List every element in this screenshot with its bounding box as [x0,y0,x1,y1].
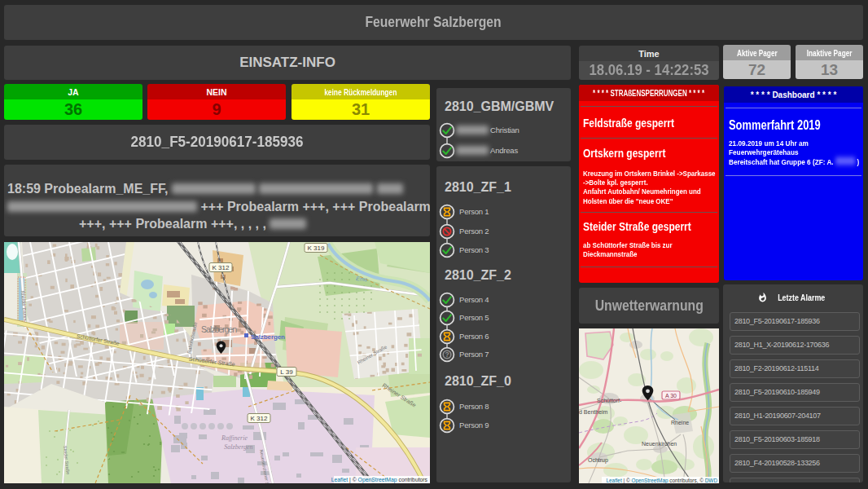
svg-text:Rheine: Rheine [671,420,689,425]
svg-text:Salzbergen: Salzbergen [201,324,237,334]
svg-text:K 312: K 312 [213,264,230,271]
svg-text:Salzbergen: Salzbergen [251,333,285,341]
svg-text:Raffinerie: Raffinerie [221,434,248,442]
svg-text:Neuenkirchen: Neuenkirchen [642,441,677,447]
svg-text:K 312: K 312 [251,415,268,422]
svg-text:Leaflet | © OpenStreetMap cont: Leaflet | © OpenStreetMap contributors [331,477,428,483]
svg-text:?: ? [445,350,449,359]
svg-text:K 319: K 319 [308,244,325,252]
svg-text:d Bentheim: d Bentheim [579,409,608,415]
svg-text:L 39: L 39 [280,368,293,376]
svg-text:Ochtrup: Ochtrup [588,457,608,464]
svg-text:Salzbergen: Salzbergen [224,443,252,451]
svg-text:A 30: A 30 [665,393,677,399]
svg-text:Schüttorf-: Schüttorf- [597,398,622,403]
svg-text:Leaflet | © OpenStreetMap cont: Leaflet | © OpenStreetMap contributors, … [607,478,718,484]
